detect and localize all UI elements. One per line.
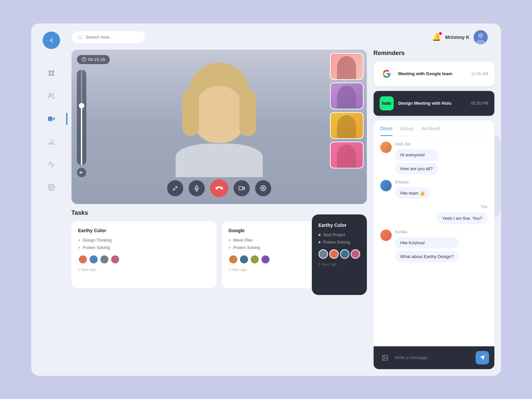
task-card-1-time: 1 Hour ago: [78, 267, 210, 271]
task-item: Start Project: [319, 233, 360, 237]
video-person-figure: [162, 62, 276, 177]
svg-rect-3: [51, 73, 54, 76]
svg-rect-24: [239, 186, 242, 190]
message-input[interactable]: [395, 355, 472, 360]
tasks-section: Tasks Earthy Color Design Thinking Prole…: [71, 209, 367, 369]
hair-left: [182, 89, 199, 136]
user-name: Mrinmoy K: [445, 35, 469, 40]
send-button[interactable]: [476, 351, 489, 364]
thumbnail-2[interactable]: [330, 83, 364, 109]
svg-point-27: [383, 356, 384, 357]
task-card-3-items: Start Project Prolem Solving: [319, 233, 360, 245]
bubble-you: Yeeh I am fine. You?: [437, 212, 488, 224]
task-item: Design Thinking: [78, 238, 210, 243]
task-item: Prolem Solving: [78, 245, 210, 250]
task-avatar: [78, 255, 88, 264]
svg-point-4: [49, 93, 51, 95]
svg-marker-5: [52, 117, 54, 120]
task-card-3-title: Earthy Color: [319, 222, 360, 228]
task-item: Prolem Solving: [319, 240, 360, 245]
sidebar-item-chart-bar[interactable]: [45, 135, 58, 148]
task-card-1[interactable]: Earthy Color Design Thinking Prolem Solv…: [71, 221, 216, 288]
svg-point-11: [50, 186, 52, 188]
sender-konika: Konika: [395, 230, 459, 234]
google-logo: [380, 67, 394, 81]
reminder-google[interactable]: Meeting with Google team 12:30 AM: [374, 61, 494, 86]
volume-handle[interactable]: [79, 103, 84, 108]
task-cards: Earthy Color Design Thinking Prolem Solv…: [71, 221, 367, 288]
sidebar-nav: [45, 66, 58, 368]
app-container: 🔔 Mrinmoy K: [31, 23, 501, 376]
camera-button[interactable]: [234, 180, 250, 196]
end-call-button[interactable]: [210, 179, 228, 197]
volume-fill: [81, 108, 82, 165]
avatar-krishna: [380, 180, 392, 191]
svg-line-19: [173, 189, 175, 190]
reminder-google-time: 12:30 AM: [471, 71, 488, 76]
task-avatar: [89, 255, 98, 264]
avatar: [474, 30, 488, 44]
reminder-hulu[interactable]: hulu Design Meeting with Hulu 05:30 PM: [374, 91, 494, 116]
svg-line-20: [176, 186, 177, 188]
image-attach-button[interactable]: [379, 352, 391, 364]
message-input-area: [374, 346, 494, 369]
hair-right: [239, 89, 256, 136]
reminders-title: Reminders: [374, 50, 494, 57]
you-label: You: [481, 204, 487, 209]
compress-button[interactable]: [167, 180, 183, 196]
back-button[interactable]: [43, 32, 60, 49]
sender-krishna: Krishna: [395, 180, 431, 185]
chat-messages: Jack Jan Hi everyone! How are you all?: [374, 136, 494, 346]
thumbnail-3[interactable]: [330, 112, 364, 139]
tab-group[interactable]: Group: [400, 126, 414, 136]
main-content: 🔔 Mrinmoy K: [71, 23, 501, 376]
left-panel: 00:15:16: [71, 50, 367, 369]
search-bar[interactable]: [71, 31, 145, 44]
volume-icon[interactable]: [77, 168, 86, 177]
bubble: How are you all?: [395, 163, 438, 174]
task-card-1-avatars: [78, 255, 210, 264]
search-input[interactable]: [86, 35, 139, 40]
svg-rect-2: [48, 73, 51, 76]
svg-rect-0: [48, 70, 51, 72]
task-card-3[interactable]: Earthy Color Start Project Prolem Solvin…: [312, 214, 367, 295]
face: [192, 86, 246, 143]
task-card-3-time: 1 Hour ago: [319, 262, 360, 266]
task-avatar: [319, 249, 328, 259]
message-group-konika: Konika Hlw Krishna! What about Earthy De…: [380, 230, 488, 262]
settings-button[interactable]: [255, 180, 271, 196]
tab-direct[interactable]: Direct: [380, 126, 393, 136]
message-row-konika: Konika Hlw Krishna! What about Earthy De…: [380, 230, 488, 262]
sidebar-item-users[interactable]: [45, 89, 58, 103]
sidebar: [31, 23, 71, 376]
task-card-3-avatars: [319, 249, 360, 259]
avatar-konika: [380, 230, 392, 241]
timer-badge: 00:15:16: [77, 55, 110, 64]
task-avatar: [100, 255, 109, 264]
tab-archived[interactable]: Archived: [422, 126, 440, 136]
search-icon: [78, 35, 83, 40]
thumbnail-strip: [330, 53, 364, 177]
sender-jackjan: Jack Jan: [395, 142, 438, 146]
thumbnail-1[interactable]: [330, 53, 364, 80]
sidebar-item-settings[interactable]: [45, 181, 58, 194]
notification-bell-button[interactable]: 🔔: [432, 33, 441, 42]
bubble: Hlw team 👍: [395, 187, 431, 199]
reminder-hulu-info: Design Meeting with Hulu: [398, 101, 467, 106]
message-row-krishna: Krishna Hlw team 👍: [380, 180, 488, 199]
sidebar-item-chart-line[interactable]: [45, 158, 58, 171]
thumbnail-4[interactable]: [330, 142, 364, 168]
body: [176, 144, 263, 177]
sidebar-item-dashboard[interactable]: [45, 66, 58, 80]
mic-button[interactable]: [189, 180, 205, 196]
task-avatar: [261, 255, 270, 264]
volume-slider[interactable]: [77, 70, 86, 165]
clock-icon: [82, 57, 86, 62]
bubbles-krishna: Hlw team 👍: [395, 187, 431, 199]
sidebar-item-video[interactable]: [45, 112, 58, 126]
svg-point-15: [478, 33, 483, 38]
user-profile: 🔔 Mrinmoy K: [432, 30, 487, 44]
volume-control[interactable]: [77, 70, 86, 177]
task-avatar: [229, 255, 238, 264]
right-panel: Reminders Meeting with Google team: [374, 50, 494, 369]
